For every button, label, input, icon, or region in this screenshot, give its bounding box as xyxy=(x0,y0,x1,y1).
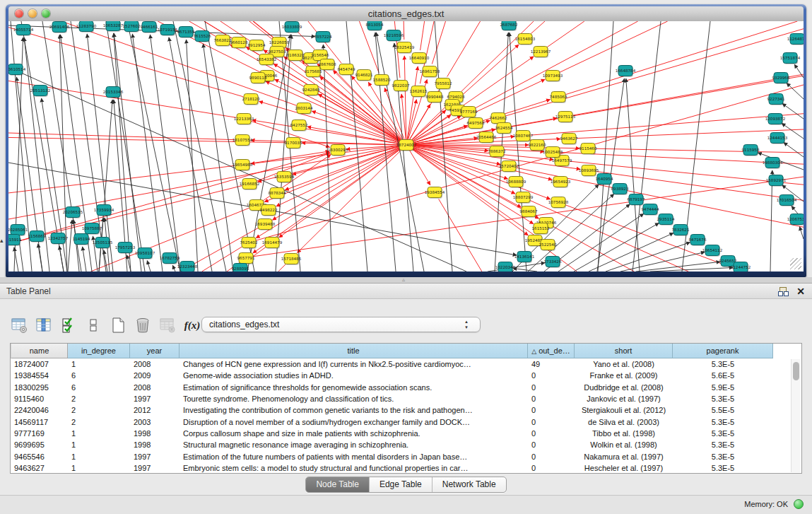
graph-node[interactable]: 10958107 xyxy=(135,248,155,259)
graph-node[interactable]: 1733426 xyxy=(544,257,562,268)
graph-node[interactable]: 12213967 xyxy=(531,47,551,58)
graph-node[interactable]: 10756928 xyxy=(548,197,569,209)
graph-node[interactable]: 2522540 xyxy=(539,240,557,251)
graph-node[interactable]: 2718120 xyxy=(242,94,260,105)
graph-node[interactable]: 8938923 xyxy=(611,184,629,195)
graph-node[interactable]: 19166852 xyxy=(240,179,259,190)
graph-node[interactable]: 11283790 xyxy=(76,21,97,33)
table-row[interactable]: 1872400712008Changes of HCN gene express… xyxy=(11,358,801,370)
graph-node[interactable]: 16033809 xyxy=(282,22,302,33)
graph-node[interactable]: 7857224 xyxy=(314,32,332,43)
graph-node[interactable]: 9498222 xyxy=(260,205,278,216)
graph-node[interactable]: 9822037 xyxy=(392,81,410,92)
graph-node[interactable]: 10220345 xyxy=(495,262,516,272)
graph-node[interactable]: 19880304 xyxy=(763,158,783,169)
graph-node[interactable]: 18807299 xyxy=(513,192,534,204)
graph-node[interactable]: 15751874 xyxy=(780,53,801,64)
graph-node[interactable]: 16640910 xyxy=(409,53,430,64)
graph-node[interactable]: 18107554 xyxy=(233,135,253,146)
memory-ok-indicator[interactable] xyxy=(794,499,804,509)
canvas-resize-grip[interactable] xyxy=(790,258,801,269)
graph-node[interactable]: 2687682 xyxy=(500,21,518,31)
graph-node[interactable]: 16939488 xyxy=(255,219,276,230)
graph-node[interactable]: 8990448 xyxy=(426,92,444,103)
graph-node[interactable]: 1615152 xyxy=(532,223,550,235)
graph-node[interactable]: 10653287 xyxy=(103,21,124,32)
graph-node[interactable]: 8912954 xyxy=(248,40,266,52)
graph-node[interactable]: 2803144 xyxy=(295,103,313,115)
graph-node[interactable]: 9657791 xyxy=(237,253,255,264)
graph-node[interactable]: 8471676 xyxy=(689,235,707,246)
graph-node[interactable]: 20564486 xyxy=(476,132,497,144)
graph-node[interactable]: 15718485 xyxy=(281,254,302,265)
graph-node[interactable]: 8454749 xyxy=(338,64,355,76)
graph-node[interactable]: 9884067 xyxy=(520,206,538,218)
attribute-table[interactable]: name in_degree year title △out_de… short… xyxy=(10,343,802,474)
tab-edge-table[interactable]: Edge Table xyxy=(370,477,433,492)
graph-node[interactable]: 9474444 xyxy=(642,204,659,216)
graph-node[interactable]: 7832621 xyxy=(672,225,690,236)
graph-node[interactable]: 9671355 xyxy=(177,27,195,38)
graph-node[interactable]: 6879197 xyxy=(628,194,645,206)
graph-node[interactable]: 7955812 xyxy=(435,78,452,90)
table-vertical-scrollbar[interactable] xyxy=(791,359,801,472)
create-column-icon[interactable] xyxy=(109,316,127,334)
table-row[interactable]: 946554611997Estimation of the future num… xyxy=(11,450,801,462)
rows-icon[interactable] xyxy=(84,316,102,334)
network-window[interactable]: citations_edges.txt 18724007183002957663… xyxy=(6,4,806,277)
column-header-year[interactable]: year xyxy=(130,344,180,358)
graph-node[interactable]: 18300295 xyxy=(328,145,348,156)
graph-node[interactable]: 21244752 xyxy=(731,262,751,272)
graph-node[interactable]: 19218596 xyxy=(384,30,404,42)
graph-node[interactable]: 2935114 xyxy=(657,214,675,226)
graph-node[interactable]: 9227341 xyxy=(767,94,785,105)
graph-node[interactable]: 17359934 xyxy=(94,205,114,216)
table-row[interactable]: 1456911722003Disruption of a novel membe… xyxy=(11,416,801,427)
graph-node[interactable]: 20206535 xyxy=(63,207,83,218)
graph-node[interactable]: 20153346 xyxy=(103,87,124,98)
graph-node[interactable]: 7615526 xyxy=(194,31,211,42)
function-builder-icon[interactable]: f(x) xyxy=(183,316,201,334)
panel-splitter[interactable]: ▵ xyxy=(0,277,812,283)
table-row[interactable]: 1938455462009Genome-wide association stu… xyxy=(11,370,801,381)
graph-node[interactable]: 9115958 xyxy=(742,145,760,156)
graph-node[interactable]: 12323448 xyxy=(177,262,198,272)
table-row[interactable]: 2242004622012Investigating the contribut… xyxy=(11,404,801,416)
graph-node[interactable]: 3175685 xyxy=(305,66,322,78)
column-header-out-degree[interactable]: △out_de… xyxy=(528,344,575,358)
graph-node[interactable]: 9115460 xyxy=(579,144,597,155)
graph-node[interactable]: 12067533 xyxy=(787,214,804,226)
table-row[interactable]: 1830029562008Estimation of significance … xyxy=(11,382,801,393)
column-header-in-degree[interactable]: in_degree xyxy=(68,344,130,358)
graph-node[interactable]: 18724007 xyxy=(396,140,417,151)
graph-node[interactable]: 10975887 xyxy=(82,223,102,235)
close-panel-icon[interactable]: ✕ xyxy=(796,286,805,297)
graph-node[interactable]: 16782759 xyxy=(160,253,180,264)
column-header-name[interactable]: name xyxy=(11,344,68,358)
scrollbar-thumb[interactable] xyxy=(793,362,799,380)
graph-node[interactable]: 10719155 xyxy=(158,25,178,36)
table-row[interactable]: 911546021997Tourette syndrome. Phenomeno… xyxy=(11,393,801,404)
graph-node[interactable]: 19384554 xyxy=(425,187,445,199)
graph-node[interactable]: 6497568 xyxy=(467,118,485,129)
graph-node[interactable]: 7485063 xyxy=(550,92,567,103)
graph-node[interactable]: 9170035 xyxy=(285,138,302,149)
graph-node[interactable]: 12093872 xyxy=(765,114,785,125)
graph-node[interactable]: 12213363 xyxy=(234,114,254,125)
graph-node[interactable]: 9242848 xyxy=(302,85,320,96)
graph-node[interactable]: 11264875 xyxy=(787,34,804,45)
graph-node[interactable]: 16914479 xyxy=(262,238,283,249)
graph-node[interactable]: 15353594 xyxy=(274,172,295,183)
graph-node[interactable]: 14055714 xyxy=(13,25,34,36)
graph-node[interactable]: 16543382 xyxy=(257,54,276,66)
graph-node[interactable]: 1145194 xyxy=(73,234,90,245)
graph-node[interactable]: 7625402 xyxy=(240,238,258,249)
graph-node[interactable]: 3624554 xyxy=(495,123,513,134)
delete-column-icon[interactable] xyxy=(134,316,152,334)
graph-node[interactable]: 12444153 xyxy=(767,133,788,144)
graph-node[interactable]: 17957253 xyxy=(115,243,136,254)
tab-network-table[interactable]: Network Table xyxy=(433,477,506,492)
graph-node[interactable]: 7886372 xyxy=(488,146,506,158)
graph-node[interactable]: 19854988 xyxy=(233,160,253,171)
tab-node-table[interactable]: Node Table xyxy=(306,477,370,492)
